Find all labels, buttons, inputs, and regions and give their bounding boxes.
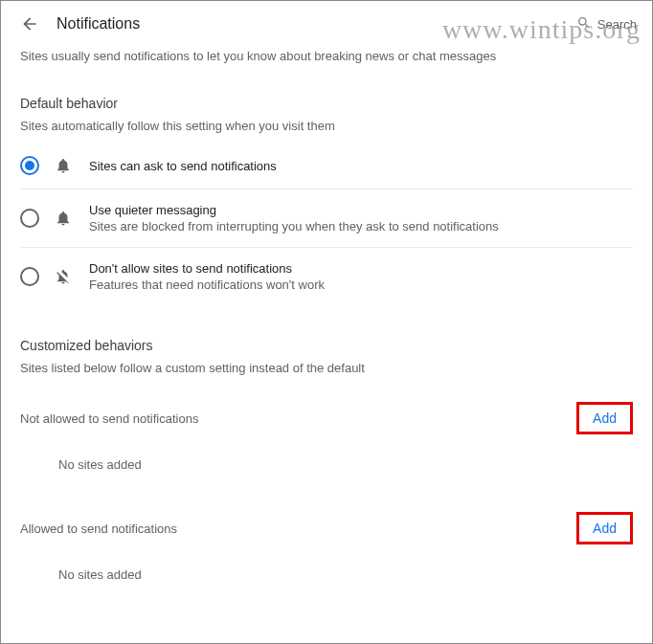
default-behavior-title: Default behavior <box>1 80 652 119</box>
search-placeholder: Search <box>597 17 637 32</box>
add-blocked-button[interactable]: Add <box>576 402 633 434</box>
back-arrow-icon[interactable] <box>20 14 39 33</box>
radio-label: Sites can ask to send notifications <box>89 159 277 173</box>
bell-off-icon <box>55 268 74 285</box>
default-behavior-subtitle: Sites automatically follow this setting … <box>1 119 652 143</box>
radio-indicator <box>20 156 39 175</box>
search-box[interactable]: Search <box>576 15 637 33</box>
radio-indicator <box>20 267 39 286</box>
blocked-header: Not allowed to send notifications <box>20 411 198 426</box>
allowed-empty: No sites added <box>1 550 652 605</box>
intro-text: Sites usually send notifications to let … <box>1 45 652 80</box>
radio-option-block[interactable]: Don't allow sites to send notifications … <box>20 248 633 305</box>
blocked-empty: No sites added <box>1 440 652 495</box>
radio-label: Don't allow sites to send notifications <box>89 261 325 276</box>
radio-sublabel: Features that need notifications won't w… <box>89 278 325 292</box>
search-icon <box>576 15 592 33</box>
radio-sublabel: Sites are blocked from interrupting you … <box>89 219 499 233</box>
page-title: Notifications <box>56 15 140 33</box>
radio-option-ask[interactable]: Sites can ask to send notifications <box>20 143 633 189</box>
bell-icon <box>55 157 74 174</box>
radio-label: Use quieter messaging <box>89 203 499 217</box>
radio-option-quieter[interactable]: Use quieter messaging Sites are blocked … <box>20 189 633 248</box>
bell-icon <box>55 210 74 227</box>
add-allowed-button[interactable]: Add <box>576 512 633 544</box>
customized-subtitle: Sites listed below follow a custom setti… <box>1 361 652 385</box>
radio-indicator <box>20 209 39 228</box>
allowed-header: Allowed to send notifications <box>20 522 177 536</box>
radio-list: Sites can ask to send notifications Use … <box>1 143 652 305</box>
customized-title: Customized behaviors <box>1 322 652 361</box>
